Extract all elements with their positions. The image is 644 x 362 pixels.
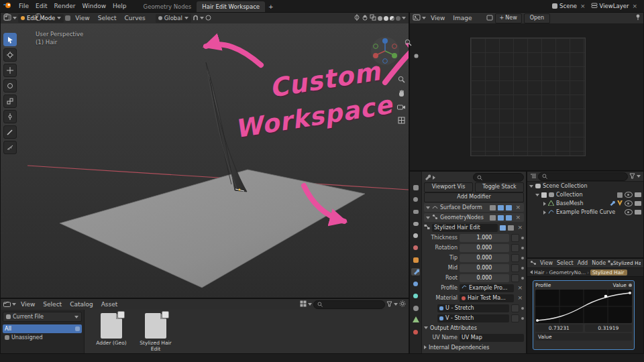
viewlayer-name[interactable]: ViewLayer	[600, 3, 629, 9]
workspace-tab-geometry-nodes[interactable]: Geometry Nodes	[138, 1, 197, 12]
filter-caret-icon[interactable]	[637, 175, 641, 178]
move-tool[interactable]	[3, 64, 17, 77]
menu-node-add[interactable]: Add	[576, 260, 590, 266]
scale-tool[interactable]	[3, 95, 17, 108]
animate-dot-icon[interactable]	[521, 247, 524, 249]
realtime-toggle-icon[interactable]	[498, 215, 504, 221]
menu-window[interactable]: Window	[79, 3, 110, 9]
expand-caret-icon[interactable]	[543, 210, 546, 215]
blender-logo-icon[interactable]	[3, 2, 12, 10]
uv-name-field[interactable]: UV Map	[460, 334, 524, 342]
collection-checkbox[interactable]	[541, 192, 547, 198]
snap-magnet-icon[interactable]	[193, 15, 199, 22]
output-tab[interactable]	[411, 208, 420, 215]
input-attribute-toggle-icon[interactable]	[511, 314, 519, 322]
hide-eye-icon[interactable]	[625, 209, 633, 215]
outliner-row-scene-collection[interactable]: Scene Collection	[527, 182, 643, 190]
asset-grid[interactable]: Adder (Geo) Stylized Hair Edit	[85, 310, 409, 353]
display-size-icon[interactable]	[300, 300, 307, 308]
pan-hand-icon[interactable]	[398, 90, 405, 99]
annotate-tool[interactable]	[3, 125, 17, 139]
new-copy-icon[interactable]	[508, 225, 514, 231]
animate-dot-icon[interactable]	[521, 307, 524, 310]
object-data-tab[interactable]	[411, 316, 420, 324]
asset-item-stylized-hair-edit[interactable]: Stylized Hair Edit	[138, 313, 173, 353]
toggle-stack-button[interactable]: Toggle Stack	[475, 182, 524, 192]
catalog-unassigned[interactable]: Unassigned	[3, 333, 82, 342]
shading-caret-icon[interactable]	[402, 17, 406, 19]
tool-tab[interactable]	[411, 184, 420, 191]
animate-dot-icon[interactable]	[521, 267, 524, 269]
edit-mode-toggle-icon[interactable]	[490, 205, 496, 210]
animate-dot-icon[interactable]	[521, 237, 524, 239]
image-new-button[interactable]: New	[495, 13, 522, 23]
image-pan-icon[interactable]	[413, 52, 419, 60]
input-attribute-toggle-icon[interactable]	[511, 264, 519, 272]
world-tab[interactable]	[411, 244, 420, 251]
disable-render-icon[interactable]	[635, 210, 641, 215]
node-group-name-field[interactable]: Stylized Hair Edit	[432, 224, 498, 232]
filter-caret-icon[interactable]	[394, 303, 398, 306]
modifier-tab[interactable]	[411, 268, 420, 276]
editor-type-caret-icon[interactable]	[13, 17, 17, 19]
select-box-tool[interactable]	[3, 33, 17, 46]
hide-eye-icon[interactable]	[625, 200, 633, 206]
image-editor-type-icon[interactable]	[413, 14, 421, 22]
menu-asset-view[interactable]: View	[17, 301, 38, 308]
input-attribute-toggle-icon[interactable]	[511, 274, 519, 282]
menu-node[interactable]: Node	[590, 260, 608, 266]
point-x-field[interactable]: 0.73231	[535, 324, 583, 332]
remove-modifier-icon[interactable]	[514, 204, 522, 210]
scene-tab[interactable]	[411, 232, 420, 239]
exclude-checkbox[interactable]	[617, 192, 623, 198]
output-socket-icon[interactable]	[629, 284, 632, 287]
overlays-icon[interactable]	[362, 14, 368, 22]
shading-rendered-icon[interactable]	[396, 16, 400, 21]
object-tab[interactable]	[411, 256, 420, 263]
scene-selector[interactable]: Scene	[552, 3, 586, 9]
snap-caret-icon[interactable]	[200, 17, 204, 19]
menu-help[interactable]: Help	[109, 3, 130, 9]
outliner-type-icon[interactable]	[530, 173, 537, 180]
shading-wireframe-icon[interactable]	[378, 16, 382, 21]
menu-image[interactable]: Image	[449, 15, 475, 21]
root-value-field[interactable]: 0.000	[460, 274, 509, 282]
tip-value-field[interactable]: 0.000	[460, 254, 509, 262]
asset-gear-icon[interactable]	[399, 300, 406, 308]
add-workspace-icon[interactable]	[265, 3, 277, 10]
view-layer-tab[interactable]	[411, 220, 420, 227]
menu-view[interactable]: View	[72, 15, 93, 21]
menu-select[interactable]: Select	[95, 15, 120, 21]
point-y-field[interactable]: 0.31919	[585, 324, 633, 332]
fake-user-icon[interactable]	[500, 225, 506, 231]
physics-tab[interactable]	[411, 292, 420, 300]
asset-browser-type-icon[interactable]	[3, 301, 11, 308]
asset-item-adder[interactable]: Adder (Geo)	[94, 313, 129, 353]
render-tab[interactable]	[411, 196, 420, 203]
scene-name[interactable]: Scene	[559, 3, 577, 9]
outliner-row-profile-curve[interactable]: Example Profile Curve	[527, 208, 643, 217]
asset-browser-caret-icon[interactable]	[12, 303, 16, 306]
thickness-value-field[interactable]: 1.000	[460, 234, 509, 242]
breadcrumb-item[interactable]: GeometryNo...	[549, 269, 589, 276]
output-attributes-section[interactable]: Output Attributes	[424, 324, 524, 332]
profile-object-field[interactable]: Example Pro...	[460, 284, 514, 292]
constraints-tab[interactable]	[411, 304, 420, 312]
viewport-canvas[interactable]: Custom Workspace User Perspective (1) Ha…	[1, 23, 409, 298]
unlink-node-group-icon[interactable]	[516, 225, 524, 231]
modifier-surface-deform[interactable]: Surface Deform	[424, 203, 524, 212]
viewport-vis-button[interactable]: Viewport Vis	[424, 182, 473, 192]
rotation-value-field[interactable]: 0.000	[460, 244, 509, 252]
display-caret-icon[interactable]	[308, 303, 312, 306]
menu-edit[interactable]: Edit	[32, 3, 50, 9]
mode-dropdown[interactable]: Edit Mode	[18, 14, 64, 23]
animate-dot-icon[interactable]	[521, 317, 524, 320]
back-icon[interactable]	[530, 270, 533, 274]
menu-asset-select[interactable]: Select	[40, 301, 65, 308]
expand-caret-icon[interactable]	[543, 202, 546, 206]
u-stretch-attribute-field[interactable]: U - Stretch	[437, 304, 509, 312]
zoom-icon[interactable]	[398, 76, 405, 84]
input-attribute-toggle-icon[interactable]	[511, 254, 519, 262]
mid-value-field[interactable]: 0.000	[460, 264, 509, 272]
internal-dependencies-section[interactable]: Internal Dependencies	[424, 343, 524, 351]
